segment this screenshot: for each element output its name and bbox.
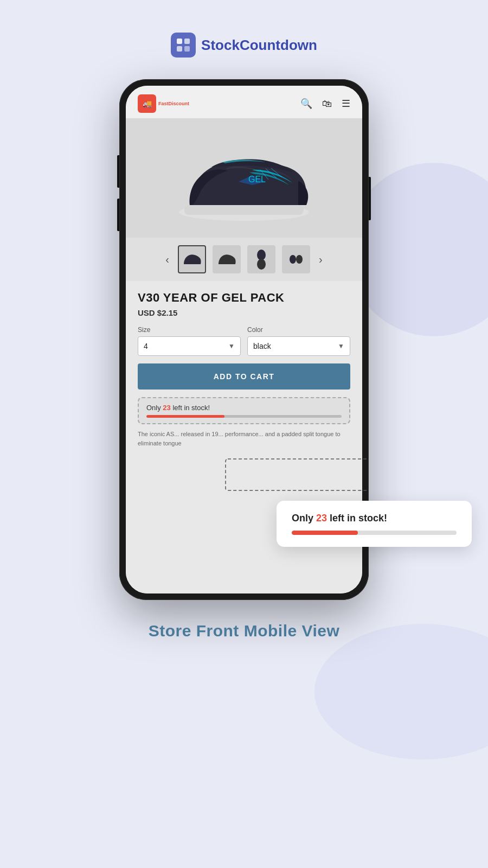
size-select[interactable]: 4 ▼ [138,336,241,356]
phone-wrapper: 🚚 FastDiscount 🔍 🛍 ☰ [119,79,369,600]
svg-rect-1 [184,39,190,44]
stock-bar-fill [146,415,224,418]
nav-bar: 🚚 FastDiscount 🔍 🛍 ☰ [126,86,362,118]
stock-bar-track [146,415,342,418]
logo-plain: Stock [201,37,240,53]
logo-text: StockCountdown [201,37,317,54]
logo-area: StockCountdown [171,33,317,58]
phone-vol-up [117,155,119,188]
zoom-text-after: left in stock! [327,513,387,524]
footer-label: Store Front Mobile View [149,622,340,640]
thumb-3[interactable] [247,245,275,273]
selects-row: Size 4 ▼ Color black ▼ [138,326,350,356]
zoom-bar-fill [292,531,358,535]
thumb-1[interactable] [178,245,206,273]
bg-shape-bottom [314,624,488,760]
logo-icon [171,33,196,58]
svg-point-11 [290,255,296,264]
zoom-text-before: Only [292,513,316,524]
size-group: Size 4 ▼ [138,326,241,356]
svg-rect-0 [177,39,182,44]
logo-bold: Countdown [240,37,317,53]
store-logo: 🚚 FastDiscount [138,94,189,113]
thumbnail-strip: ‹ [126,238,362,281]
thumb-4[interactable] [282,245,310,273]
color-label: Color [247,326,350,334]
phone-vol-down [117,199,119,231]
svg-rect-5 [184,205,304,215]
phone-power [369,177,371,220]
svg-rect-2 [177,46,182,52]
bag-icon[interactable]: 🛍 [322,98,332,110]
svg-rect-3 [184,46,190,52]
store-brand: FastDiscount [158,101,189,106]
color-value: black [253,342,271,350]
svg-text:GEL: GEL [248,175,266,184]
stock-badge-phone: Only 23 left in stock! [138,397,350,424]
product-description: The iconic AS... released in 19... perfo… [138,430,350,448]
product-image-area: GEL [126,118,362,238]
zoom-count: 23 [316,513,327,524]
truck-icon: 🚚 [143,99,152,108]
zoom-bar-track [292,531,457,535]
thumb-2[interactable] [213,245,241,273]
svg-point-12 [296,255,303,264]
nav-icons: 🔍 🛍 ☰ [300,98,350,110]
stock-text-before: Only [146,404,163,412]
color-group: Color black ▼ [247,326,350,356]
product-price: USD $2.15 [138,308,350,317]
stock-zoom-callout: Only 23 left in stock! [277,501,472,547]
svg-point-10 [257,259,266,270]
zoom-stock-text: Only 23 left in stock! [292,513,457,524]
store-logo-icon: 🚚 [138,94,156,113]
stock-text-phone: Only 23 left in stock! [146,404,342,412]
menu-icon[interactable]: ☰ [342,98,350,110]
search-icon[interactable]: 🔍 [300,98,312,110]
stock-count: 23 [163,404,170,412]
color-select[interactable]: black ▼ [247,336,350,356]
size-value: 4 [144,342,148,350]
stock-text-after: left in stock! [171,404,210,412]
add-to-cart-button[interactable]: ADD TO CART [138,363,350,390]
next-arrow[interactable]: › [317,253,325,266]
size-label: Size [138,326,241,334]
prev-arrow[interactable]: ‹ [163,253,171,266]
size-chevron-icon: ▼ [228,342,235,350]
color-chevron-icon: ▼ [338,342,344,350]
product-name: V30 YEAR OF GEL PACK [138,291,350,305]
product-image: GEL [168,137,320,224]
